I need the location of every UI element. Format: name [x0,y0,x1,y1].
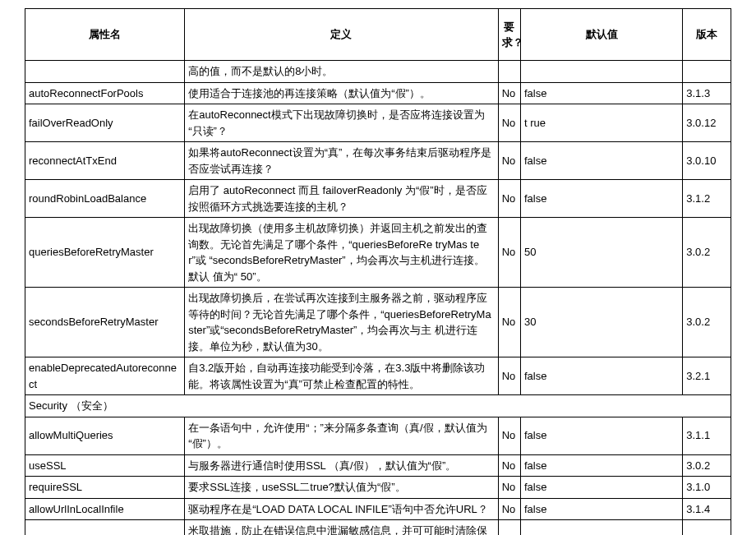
cell-required: No [498,417,520,454]
cell-version: 3.1.1 [683,417,731,454]
table-row: allowUrlInLocalInfile 驱动程序在是“LOAD DATA L… [25,498,731,520]
cell-name: requireSSL [25,477,185,499]
cell-definition: 在autoReconnect模式下出现故障切换时，是否应将连接设置为“只读”？ [185,104,498,142]
cell-required: No [498,477,520,499]
cell-version: 3.0.2 [683,288,731,357]
table-row: enableDeprecatedAutoreconnect 自3.2版开始，自动… [25,357,731,395]
cell-required: No [498,357,520,395]
table-row: useSSL 与服务器进行通信时使用SSL （真/假），默认值为“假”。 No … [25,454,731,477]
cell-name: allowUrlInLocalInfile [25,498,185,520]
cell-required: No [498,498,520,520]
cell-default: false [521,520,683,536]
cell-default [521,61,683,83]
cell-required: No [498,82,520,104]
cell-definition: 米取措施，防止在错误信息中泄漏敏感信息，并可可能时清除保存敏感数据的数据结构？ … [185,520,498,536]
cell-default: false [521,82,683,104]
cell-required: No [498,520,520,536]
table-row: paranoid 米取措施，防止在错误信息中泄漏敏感信息，并可可能时清除保存敏感… [25,520,731,536]
cell-required: No [498,104,520,142]
table-row: secondsBeforeRetryMaster 出现故障切换后，在尝试再次连接… [25,288,731,357]
header-default: 默认值 [521,9,683,61]
cell-definition: 出现故障切换（使用多主机故障切换）并返回主机之前发出的查询数。无论首先满足了哪个… [185,218,498,288]
cell-version: 3.0.10 [683,142,731,180]
cell-definition: 使用适合于连接池的再连接策略（默认值为“假”）。 [185,82,498,104]
cell-name: reconnectAtTxEnd [25,142,185,180]
table-row: roundRobinLoadBalance 启用了 autoReconnect … [25,180,731,218]
cell-name: paranoid [25,520,185,536]
cell-name: queriesBeforeRetryMaster [25,218,185,288]
cell-required: No [498,454,520,477]
cell-default: false [521,417,683,454]
cell-definition: 与服务器进行通信时使用SSL （真/假），默认值为“假”。 [185,454,498,477]
cell-required: No [498,218,520,288]
cell-name: allowMultiQueries [25,417,185,454]
cell-definition: 自3.2版开始，自动再连接功能受到冷落，在3.3版中将删除该功能。将该属性设置为… [185,357,498,395]
cell-version: 3.2.1 [683,357,731,395]
cell-name: enableDeprecatedAutoreconnect [25,357,185,395]
page-container: 属性名 定义 要求？ 默认值 版本 高的值，而不是默认的8小时。 autoRec… [0,0,756,535]
table-row: reconnectAtTxEnd 如果将autoReconnect设置为“真”，… [25,142,731,180]
header-required: 要求？ [498,9,520,61]
header-version: 版本 [683,9,731,61]
cell-default: t rue [521,104,683,142]
cell-required: No [498,180,520,218]
table-row: 高的值，而不是默认的8小时。 [25,61,731,83]
cell-required: No [498,142,520,180]
cell-definition: 出现故障切换后，在尝试再次连接到主服务器之前，驱动程序应等待的时间？无论首先满足… [185,288,498,357]
header-definition: 定义 [185,9,498,61]
cell-default: 50 [521,218,683,288]
cell-version: 3.0.2 [683,454,731,477]
cell-default: false [521,454,683,477]
cell-default: false [521,180,683,218]
cell-definition: 高的值，而不是默认的8小时。 [185,61,498,83]
cell-default: false [521,477,683,499]
cell-definition: 启用了 autoReconnect 而且 failoverReadonly 为“… [185,180,498,218]
cell-name: secondsBeforeRetryMaster [25,288,185,357]
cell-definition: 驱动程序在是“LOAD DATA LOCAL INFILE”语句中否允许URL？ [185,498,498,520]
cell-version: 3.0.12 [683,104,731,142]
table-row: allowMultiQueries 在一条语句中，允许使用“；”来分隔多条查询（… [25,417,731,454]
cell-name: autoReconnectForPools [25,82,185,104]
table-body: 高的值，而不是默认的8小时。 autoReconnectForPools 使用适… [25,61,731,536]
cell-definition: 在一条语句中，允许使用“；”来分隔多条查询（真/假，默认值为“假”）。 [185,417,498,454]
properties-table: 属性名 定义 要求？ 默认值 版本 高的值，而不是默认的8小时。 autoRec… [25,8,731,535]
table-row: failOverReadOnly 在autoReconnect模式下出现故障切换… [25,104,731,142]
cell-required [498,61,520,83]
cell-name: failOverReadOnly [25,104,185,142]
cell-name: roundRobinLoadBalance [25,180,185,218]
section-label: Security （安全） [25,395,731,417]
cell-definition: 如果将autoReconnect设置为“真”，在每次事务结束后驱动程序是否应尝试… [185,142,498,180]
table-row: queriesBeforeRetryMaster 出现故障切换（使用多主机故障切… [25,218,731,288]
header-name: 属性名 [25,9,185,61]
cell-default: false [521,498,683,520]
table-row: requireSSL 要求SSL连接，useSSL二true?默认值为“假”。 … [25,477,731,499]
cell-default: false [521,142,683,180]
cell-name [25,61,185,83]
section-row-security: Security （安全） [25,395,731,417]
cell-version: 3.1.3 [683,82,731,104]
table-header: 属性名 定义 要求？ 默认值 版本 [25,9,731,61]
cell-version: 3.1.4 [683,498,731,520]
cell-default: 30 [521,288,683,357]
cell-definition: 要求SSL连接，useSSL二true?默认值为“假”。 [185,477,498,499]
cell-version: 3.0.2 [683,218,731,288]
cell-version: 3.1.2 [683,180,731,218]
cell-default: false [521,357,683,395]
table-row: autoReconnectForPools 使用适合于连接池的再连接策略（默认值… [25,82,731,104]
cell-required: No [498,288,520,357]
cell-version [683,61,731,83]
cell-version: 3.1.0 [683,477,731,499]
cell-version: 3.0.1 [683,520,731,536]
cell-name: useSSL [25,454,185,477]
